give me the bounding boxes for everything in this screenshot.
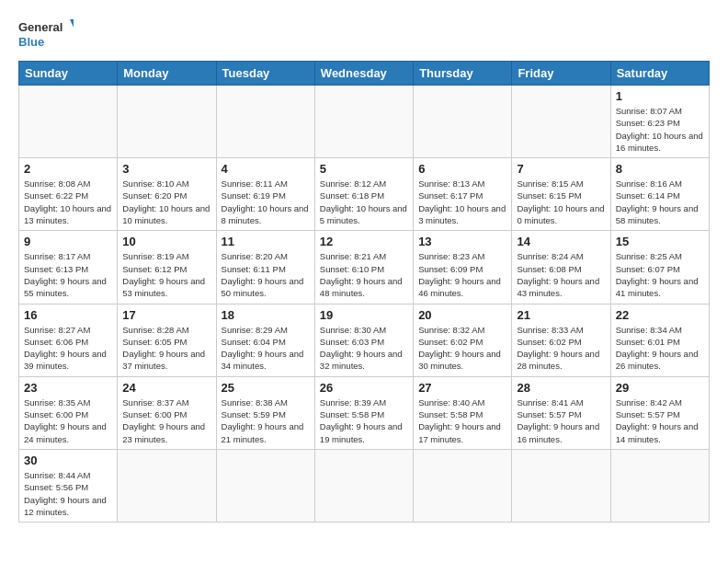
day-number: 18: [222, 308, 310, 322]
day-cell: 30Sunrise: 8:44 AM Sunset: 5:56 PM Dayli…: [19, 449, 118, 522]
svg-text:Blue: Blue: [18, 35, 44, 49]
day-info: Sunrise: 8:29 AM Sunset: 6:04 PM Dayligh…: [222, 324, 310, 373]
day-number: 16: [24, 308, 112, 322]
day-info: Sunrise: 8:34 AM Sunset: 6:01 PM Dayligh…: [616, 324, 704, 373]
day-number: 27: [418, 381, 506, 395]
day-info: Sunrise: 8:40 AM Sunset: 5:58 PM Dayligh…: [418, 396, 506, 445]
day-info: Sunrise: 8:37 AM Sunset: 6:00 PM Dayligh…: [122, 396, 210, 445]
day-info: Sunrise: 8:10 AM Sunset: 6:20 PM Dayligh…: [122, 178, 210, 226]
day-cell: 9Sunrise: 8:17 AM Sunset: 6:13 PM Daylig…: [19, 231, 118, 304]
day-cell: 11Sunrise: 8:20 AM Sunset: 6:11 PM Dayli…: [216, 231, 314, 304]
week-row-4: 16Sunrise: 8:27 AM Sunset: 6:06 PM Dayli…: [19, 304, 710, 376]
day-cell: 13Sunrise: 8:23 AM Sunset: 6:09 PM Dayli…: [414, 231, 512, 304]
logo-svg: General Blue: [18, 15, 74, 52]
day-info: Sunrise: 8:35 AM Sunset: 6:00 PM Dayligh…: [24, 396, 112, 445]
day-cell: 4Sunrise: 8:11 AM Sunset: 6:19 PM Daylig…: [216, 158, 314, 231]
day-info: Sunrise: 8:41 AM Sunset: 5:57 PM Dayligh…: [517, 396, 605, 445]
calendar-table: SundayMondayTuesdayWednesdayThursdayFrid…: [18, 61, 710, 523]
day-cell: 29Sunrise: 8:42 AM Sunset: 5:57 PM Dayli…: [610, 376, 709, 449]
day-number: 22: [616, 308, 704, 322]
day-info: Sunrise: 8:32 AM Sunset: 6:02 PM Dayligh…: [418, 324, 506, 373]
day-info: Sunrise: 8:08 AM Sunset: 6:22 PM Dayligh…: [24, 178, 112, 226]
day-info: Sunrise: 8:11 AM Sunset: 6:19 PM Dayligh…: [222, 178, 310, 226]
day-cell: [314, 449, 413, 522]
day-cell: [19, 86, 118, 158]
day-info: Sunrise: 8:15 AM Sunset: 6:15 PM Dayligh…: [517, 178, 605, 226]
day-info: Sunrise: 8:20 AM Sunset: 6:11 PM Dayligh…: [222, 250, 310, 299]
day-info: Sunrise: 8:07 AM Sunset: 6:23 PM Dayligh…: [616, 105, 704, 154]
weekday-thursday: Thursday: [414, 62, 512, 86]
day-number: 28: [517, 381, 605, 395]
day-number: 23: [24, 381, 112, 395]
day-number: 7: [517, 162, 605, 176]
day-cell: [414, 86, 512, 158]
day-number: 9: [24, 235, 112, 248]
day-info: Sunrise: 8:44 AM Sunset: 5:56 PM Dayligh…: [24, 469, 112, 518]
svg-marker-2: [70, 19, 74, 29]
day-number: 6: [418, 162, 506, 176]
day-number: 19: [320, 308, 408, 322]
week-row-3: 9Sunrise: 8:17 AM Sunset: 6:13 PM Daylig…: [19, 231, 710, 304]
day-info: Sunrise: 8:21 AM Sunset: 6:10 PM Dayligh…: [320, 250, 408, 299]
day-cell: [512, 449, 610, 522]
day-info: Sunrise: 8:27 AM Sunset: 6:06 PM Dayligh…: [24, 324, 112, 373]
day-number: 13: [418, 235, 506, 248]
day-cell: [414, 449, 512, 522]
day-number: 21: [517, 308, 605, 322]
day-cell: 23Sunrise: 8:35 AM Sunset: 6:00 PM Dayli…: [19, 376, 118, 449]
day-number: 1: [616, 89, 704, 103]
weekday-wednesday: Wednesday: [314, 62, 413, 86]
header: General Blue: [18, 15, 710, 52]
day-cell: 16Sunrise: 8:27 AM Sunset: 6:06 PM Dayli…: [19, 304, 118, 376]
weekday-header-row: SundayMondayTuesdayWednesdayThursdayFrid…: [19, 62, 710, 86]
day-number: 3: [122, 162, 210, 176]
day-number: 30: [24, 454, 112, 467]
day-cell: 21Sunrise: 8:33 AM Sunset: 6:02 PM Dayli…: [512, 304, 610, 376]
day-number: 2: [24, 162, 112, 176]
day-cell: [216, 86, 314, 158]
day-cell: [216, 449, 314, 522]
day-cell: 27Sunrise: 8:40 AM Sunset: 5:58 PM Dayli…: [414, 376, 512, 449]
day-cell: [118, 449, 216, 522]
day-cell: [118, 86, 216, 158]
day-cell: 1Sunrise: 8:07 AM Sunset: 6:23 PM Daylig…: [610, 86, 709, 158]
day-info: Sunrise: 8:38 AM Sunset: 5:59 PM Dayligh…: [222, 396, 310, 445]
week-row-1: 1Sunrise: 8:07 AM Sunset: 6:23 PM Daylig…: [19, 86, 710, 158]
day-cell: 15Sunrise: 8:25 AM Sunset: 6:07 PM Dayli…: [610, 231, 709, 304]
day-number: 24: [122, 381, 210, 395]
day-info: Sunrise: 8:28 AM Sunset: 6:05 PM Dayligh…: [122, 324, 210, 373]
day-info: Sunrise: 8:13 AM Sunset: 6:17 PM Dayligh…: [418, 178, 506, 226]
day-cell: 12Sunrise: 8:21 AM Sunset: 6:10 PM Dayli…: [314, 231, 413, 304]
day-number: 17: [122, 308, 210, 322]
day-info: Sunrise: 8:39 AM Sunset: 5:58 PM Dayligh…: [320, 396, 408, 445]
day-cell: [512, 86, 610, 158]
weekday-tuesday: Tuesday: [216, 62, 314, 86]
day-cell: 26Sunrise: 8:39 AM Sunset: 5:58 PM Dayli…: [314, 376, 413, 449]
day-cell: 2Sunrise: 8:08 AM Sunset: 6:22 PM Daylig…: [19, 158, 118, 231]
day-info: Sunrise: 8:19 AM Sunset: 6:12 PM Dayligh…: [122, 250, 210, 299]
day-number: 20: [418, 308, 506, 322]
day-cell: 17Sunrise: 8:28 AM Sunset: 6:05 PM Dayli…: [118, 304, 216, 376]
day-number: 10: [122, 235, 210, 248]
day-cell: 14Sunrise: 8:24 AM Sunset: 6:08 PM Dayli…: [512, 231, 610, 304]
day-info: Sunrise: 8:17 AM Sunset: 6:13 PM Dayligh…: [24, 250, 112, 299]
page: General Blue SundayMondayTuesdayWednesda…: [0, 0, 728, 563]
day-number: 29: [616, 381, 704, 395]
day-cell: 24Sunrise: 8:37 AM Sunset: 6:00 PM Dayli…: [118, 376, 216, 449]
weekday-sunday: Sunday: [19, 62, 118, 86]
day-cell: 7Sunrise: 8:15 AM Sunset: 6:15 PM Daylig…: [512, 158, 610, 231]
week-row-5: 23Sunrise: 8:35 AM Sunset: 6:00 PM Dayli…: [19, 376, 710, 449]
logo: General Blue: [18, 15, 74, 52]
day-cell: 10Sunrise: 8:19 AM Sunset: 6:12 PM Dayli…: [118, 231, 216, 304]
day-cell: [314, 86, 413, 158]
weekday-saturday: Saturday: [610, 62, 709, 86]
day-info: Sunrise: 8:33 AM Sunset: 6:02 PM Dayligh…: [517, 324, 605, 373]
day-info: Sunrise: 8:12 AM Sunset: 6:18 PM Dayligh…: [320, 178, 408, 226]
day-cell: 22Sunrise: 8:34 AM Sunset: 6:01 PM Dayli…: [610, 304, 709, 376]
day-info: Sunrise: 8:42 AM Sunset: 5:57 PM Dayligh…: [616, 396, 704, 445]
day-number: 8: [616, 162, 704, 176]
day-number: 5: [320, 162, 408, 176]
day-number: 14: [517, 235, 605, 248]
day-number: 26: [320, 381, 408, 395]
weekday-monday: Monday: [118, 62, 216, 86]
